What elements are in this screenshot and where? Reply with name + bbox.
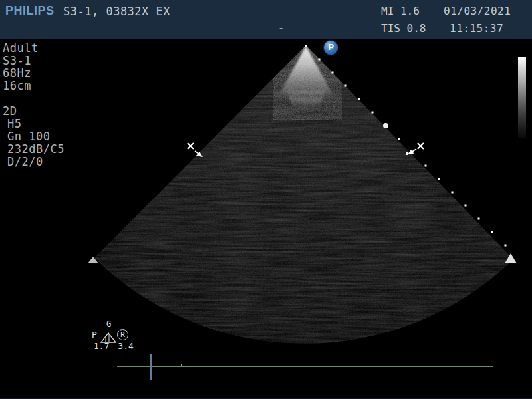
physio-marker-label: P <box>92 330 97 340</box>
transducer-label: S3-1 <box>3 55 65 67</box>
reject-marker-badge: R <box>117 329 128 340</box>
ultrasound-screen: PHILIPS S3-1, 03832X EX - MI 1.6 TIS 0.8… <box>0 0 532 399</box>
grayscale-bar <box>518 57 526 138</box>
harmonic-label: H5 <box>3 118 65 130</box>
caliper-pointer-left[interactable] <box>188 143 203 157</box>
philips-logo: PHILIPS <box>5 4 55 18</box>
top-status-bar: PHILIPS S3-1, 03832X EX - MI 1.6 TIS 0.8… <box>0 0 532 39</box>
point-marker-button[interactable]: P <box>323 40 338 55</box>
date: 01/03/2021 <box>444 5 511 17</box>
mi-value: MI 1.6 <box>381 5 420 17</box>
focus-marker-icon <box>383 123 388 128</box>
ecg-tick <box>213 364 213 366</box>
time: 11:15:37 <box>450 22 503 35</box>
gain-label: Gn 100 <box>3 130 65 143</box>
ultrasound-sector-image <box>0 0 532 399</box>
frame-rate-label: 68Hz <box>3 67 65 80</box>
tis-value: TIS 0.8 <box>381 22 426 35</box>
power-label: 232dB/C5 <box>3 143 65 156</box>
physio-values: 1.7 3.4 <box>94 341 134 351</box>
sweep-cursor[interactable] <box>150 354 152 380</box>
mode-text: 2D <box>3 105 19 118</box>
dynamic-label: D/2/0 <box>3 156 65 168</box>
gain-marker-label: G <box>106 319 111 329</box>
ecg-tick <box>181 364 182 366</box>
depth-label: 16cm <box>3 80 65 92</box>
acquisition-parameters-panel: Adult S3-1 68Hz 16cm 2D H5 Gn 100 232dB/… <box>3 42 65 168</box>
probe-exam-id: S3-1, 03832X EX <box>63 5 170 18</box>
preset-label: Adult <box>3 42 65 55</box>
orientation-dash: - <box>278 22 284 34</box>
mode-label: 2D <box>3 105 65 118</box>
ecg-baseline <box>117 366 493 367</box>
